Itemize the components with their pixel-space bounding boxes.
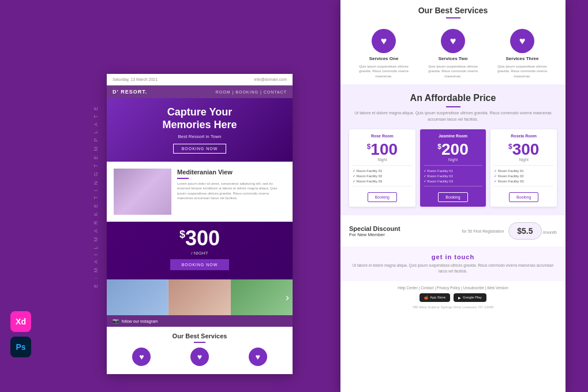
- app-store-label: App Store: [430, 296, 445, 299]
- email-date: Saturday, 13 March 2021: [113, 77, 158, 81]
- google-play-label: Google Play: [463, 296, 482, 299]
- book-jasmine-button[interactable]: Booking: [438, 192, 467, 202]
- pricing-title: An Affordable Price: [349, 93, 557, 103]
- services-section-left: Our Best Services ♥ ♥ ♥: [107, 327, 293, 372]
- right-service-desc-1: Quis ipsum suspendisse ultrices gravida.…: [355, 64, 413, 79]
- room-feature-rose-2: Room Facility 02: [353, 173, 412, 178]
- hero-title: Capture YourMemories Here: [162, 106, 237, 131]
- service-icon-2: ♥: [190, 348, 209, 366]
- google-play-icon: ▶: [458, 296, 461, 300]
- feature-section: Mediteranian View Lorem ipsum dolor sit …: [107, 162, 293, 222]
- app-store-button[interactable]: 🍎 App Store: [420, 293, 450, 302]
- room-name-rose: Rose Room: [353, 134, 412, 138]
- google-play-button[interactable]: ▶ Google Play: [454, 293, 486, 302]
- price-section: $300 / NIGHT BOOKING NOW: [107, 222, 293, 279]
- feature-description: Lorem ipsum dolor sit amet, consectetur …: [177, 181, 286, 201]
- hero-booking-button[interactable]: BOOKING NOW: [173, 144, 227, 154]
- service-item-2: ♥: [190, 348, 209, 366]
- pricing-divider: [446, 106, 460, 107]
- hero-section: Capture YourMemories Here Best Ressort i…: [107, 98, 293, 162]
- service-item-3: ♥: [249, 348, 267, 366]
- room-price-rose: $100: [353, 141, 412, 158]
- discount-text: Special Discount For New Member: [349, 225, 400, 237]
- photo-strip: ›: [107, 279, 293, 315]
- brand-logo: D' RESORT.: [113, 89, 147, 95]
- hero-content: Capture YourMemories Here Best Ressort i…: [162, 106, 237, 153]
- photo-item-3: [231, 279, 293, 315]
- services-title-left: Our Best Services: [113, 333, 287, 339]
- right-services-divider: [446, 17, 460, 18]
- price-booking-button[interactable]: BOOKING NOW: [170, 259, 230, 270]
- right-service-name-2: Services Two: [439, 56, 468, 61]
- side-text: E - M A I L M A R K E T I N G T E M P L …: [93, 104, 99, 287]
- service-item-1: ♥: [132, 348, 151, 366]
- right-services-header: Our Best Services: [340, 0, 565, 24]
- book-rosela-button[interactable]: Booking: [509, 192, 538, 202]
- right-service-desc-2: Quis ipsum suspendisse ultrices gravida.…: [424, 64, 482, 79]
- adobe-xd-icon[interactable]: Xd: [10, 311, 31, 332]
- right-service-1: ♥ Services One Quis ipsum suspendisse ul…: [355, 29, 413, 79]
- pricing-section: An Affordable Price Ut labore et dolore …: [340, 84, 565, 215]
- footer-section: Help Center | Contact | Privacy Policy |…: [340, 281, 565, 313]
- room-feature-rosela-3: Room Facility 03: [494, 178, 553, 184]
- right-service-name-1: Services One: [369, 56, 399, 61]
- footer-address: 780 West Sulphur Springs Drive Liverpool…: [349, 305, 557, 309]
- room-feature-jasmine-1: Room Facility 01: [424, 168, 483, 173]
- footer-links-text: Help Center | Contact | Privacy Policy |…: [349, 286, 557, 290]
- price-display: $300 / NIGHT BOOKING NOW: [114, 226, 286, 270]
- service-icon-1: ♥: [132, 348, 151, 366]
- discount-price-wrap: for 50 First Registration $5.5 /month: [462, 222, 557, 240]
- room-feature-jasmine-3: Room Facility 03: [424, 178, 483, 184]
- discount-title: Special Discount: [349, 225, 400, 232]
- discount-month-label: /month: [543, 230, 557, 235]
- room-feature-rosela-1: Room Facility 01: [494, 168, 553, 173]
- email-template-right: Our Best Services ♥ Services One Quis ip…: [340, 0, 565, 392]
- right-service-3: ♥ Services Three Quis ipsum suspendisse …: [493, 29, 551, 79]
- book-rose-button[interactable]: Booking: [368, 192, 397, 202]
- room-feature-rosela-2: Room Facility 02: [494, 173, 553, 178]
- room-name-jasmine: Jasmine Room: [424, 134, 483, 138]
- app-buttons: 🍎 App Store ▶ Google Play: [349, 293, 557, 302]
- feature-title: Mediteranian View: [177, 169, 286, 176]
- right-service-icon-2: ♥: [441, 29, 465, 53]
- discount-price-badge: $5.5: [508, 222, 541, 240]
- discount-sub: For New Member: [349, 232, 400, 237]
- services-divider-left: [194, 342, 205, 343]
- apple-icon: 🍎: [424, 296, 428, 300]
- adobe-icons-container: Xd Ps: [10, 311, 31, 357]
- room-feature-jasmine-2: Room Facility 02: [424, 173, 483, 178]
- instagram-bar: 📷 follow our instagram: [107, 315, 293, 327]
- services-icons-left: ♥ ♥ ♥: [113, 348, 287, 366]
- right-service-2: ♥ Services Two Quis ipsum suspendisse ul…: [424, 29, 482, 79]
- price-value: $300: [114, 226, 286, 251]
- discount-section: Special Discount For New Member for 50 F…: [340, 215, 565, 247]
- feature-image: [114, 169, 171, 215]
- room-night-jasmine: Night: [424, 158, 483, 162]
- photo-item-2: [168, 279, 230, 315]
- photo-item-1: [107, 279, 168, 315]
- email-header-bar: Saturday, 13 March 2021 info@domain.com: [107, 74, 293, 85]
- instagram-text: follow our instagram: [122, 319, 158, 323]
- email-address: info@domain.com: [254, 77, 287, 81]
- photo-next-arrow[interactable]: ›: [286, 292, 289, 304]
- pricing-card-rosela: Rosela Room $300 Night Room Facility 01 …: [490, 129, 557, 207]
- pricing-description: Ut labore et dolore magna aliqua. Quis i…: [349, 110, 557, 122]
- feature-image-inner: [114, 169, 171, 215]
- feature-divider: [177, 178, 189, 179]
- right-service-desc-3: Quis ipsum suspendisse ultrices gravida.…: [493, 64, 551, 79]
- get-in-touch-desc: Ut labore et dolore magna aliqua. Quis i…: [349, 263, 557, 274]
- room-feature-rose-1: Room Facility 01: [353, 168, 412, 173]
- right-service-icons: ♥ Services One Quis ipsum suspendisse ul…: [340, 24, 565, 84]
- price-night-label: / NIGHT: [114, 251, 286, 256]
- adobe-ps-icon[interactable]: Ps: [10, 337, 31, 357]
- email-nav: D' RESORT. ROOM | BOOKING | CONTACT: [107, 85, 293, 98]
- right-services-title: Our Best Services: [349, 6, 557, 15]
- get-in-touch-title: get in touch: [349, 253, 557, 260]
- room-name-rosela: Rosela Room: [494, 134, 553, 138]
- right-service-icon-1: ♥: [372, 29, 396, 53]
- email-template-left: Saturday, 13 March 2021 info@domain.com …: [107, 74, 293, 374]
- room-night-rosela: Night: [494, 158, 553, 162]
- room-price-jasmine: $200: [424, 141, 483, 158]
- right-service-icon-3: ♥: [510, 29, 534, 53]
- service-icon-3: ♥: [249, 348, 267, 366]
